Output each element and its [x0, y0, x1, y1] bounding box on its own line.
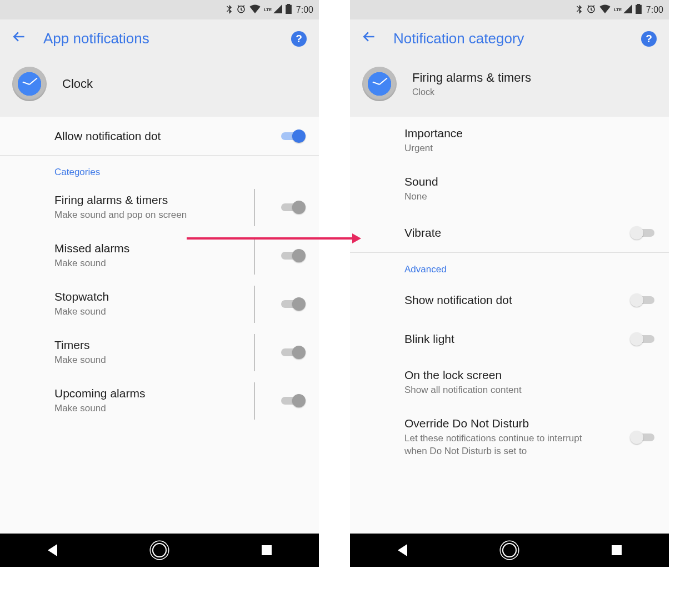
category-toggle[interactable]: [280, 345, 306, 360]
category-toggle[interactable]: [280, 297, 306, 311]
lock-screen-row[interactable]: On the lock screen Show all notification…: [350, 358, 669, 407]
bluetooth-icon: [226, 4, 233, 16]
nav-recent-button[interactable]: [262, 545, 272, 555]
importance-label: Importance: [404, 127, 657, 140]
category-title: Timers: [54, 338, 280, 352]
header: App notifications ?: [0, 19, 319, 58]
category-title: Upcoming alarms: [54, 387, 280, 400]
status-bar: LTE 7:00: [0, 0, 319, 19]
battery-icon: [286, 4, 292, 16]
status-bar: LTE 7:00: [350, 0, 669, 19]
category-title: Firing alarms & timers: [54, 193, 280, 207]
category-title: Missed alarms: [54, 242, 280, 255]
wifi-icon: [249, 4, 261, 15]
status-time: 7:00: [646, 5, 663, 15]
help-button[interactable]: ?: [641, 31, 657, 47]
category-sub: Make sound: [54, 402, 280, 415]
vibrate-toggle[interactable]: [630, 226, 656, 240]
lockscreen-label: On the lock screen: [404, 368, 657, 382]
phone-left: LTE 7:00 App notifications ? Clock Allow…: [0, 0, 319, 567]
svg-rect-2: [287, 4, 290, 6]
back-button[interactable]: [362, 29, 377, 48]
page-title: Notification category: [393, 30, 624, 47]
signal-icon: [273, 4, 282, 15]
lockscreen-value: Show all notification content: [404, 384, 657, 397]
blink-light-row[interactable]: Blink light: [350, 320, 669, 358]
blink-label: Blink light: [404, 332, 630, 346]
help-button[interactable]: ?: [291, 31, 307, 47]
category-toggle[interactable]: [280, 248, 306, 263]
channel-subtitle: Clock: [412, 87, 531, 97]
category-sub: Make sound: [54, 354, 280, 367]
wifi-icon: [599, 4, 611, 15]
bluetooth-icon: [576, 4, 583, 16]
category-timers[interactable]: Timers Make sound: [0, 328, 319, 377]
navigation-bar: [350, 534, 669, 567]
allow-notification-dot-row[interactable]: Allow notification dot: [0, 117, 319, 156]
category-upcoming-alarms[interactable]: Upcoming alarms Make sound: [0, 377, 319, 425]
advanced-header: Advanced: [350, 253, 669, 281]
nav-back-button[interactable]: [398, 544, 407, 556]
battery-icon: [636, 4, 642, 16]
category-firing-alarms[interactable]: Firing alarms & timers Make sound and po…: [0, 183, 319, 232]
alarm-icon: [586, 4, 596, 16]
clock-app-icon: [12, 67, 47, 101]
app-row[interactable]: Firing alarms & timers Clock: [350, 58, 669, 117]
phone-right: LTE 7:00 Notification category ? Firing …: [350, 0, 669, 567]
show-dot-toggle[interactable]: [630, 293, 656, 307]
vibrate-row[interactable]: Vibrate: [350, 213, 669, 252]
allow-dot-toggle[interactable]: [280, 129, 306, 143]
category-toggle[interactable]: [280, 200, 306, 215]
svg-rect-1: [286, 5, 292, 14]
override-sub: Let these notifications continue to inte…: [404, 432, 604, 458]
nav-back-button[interactable]: [48, 544, 57, 556]
signal-icon: [623, 4, 632, 15]
nav-recent-button[interactable]: [612, 545, 622, 555]
alarm-icon: [236, 4, 246, 16]
nav-home-button[interactable]: [152, 543, 167, 557]
category-sub: Make sound and pop on screen: [54, 209, 280, 222]
blink-toggle[interactable]: [630, 332, 656, 346]
back-button[interactable]: [12, 29, 27, 48]
category-sub: Make sound: [54, 257, 280, 270]
allow-dot-label: Allow notification dot: [54, 129, 280, 143]
svg-rect-5: [637, 4, 640, 6]
category-sub: Make sound: [54, 306, 280, 318]
category-toggle[interactable]: [280, 393, 306, 408]
category-stopwatch[interactable]: Stopwatch Make sound: [0, 280, 319, 328]
category-title: Stopwatch: [54, 290, 280, 303]
app-name: Clock: [62, 77, 93, 91]
channel-title: Firing alarms & timers: [412, 71, 531, 85]
nav-home-button[interactable]: [502, 543, 517, 557]
vibrate-label: Vibrate: [404, 226, 630, 240]
header: Notification category ?: [350, 19, 669, 58]
override-dnd-row[interactable]: Override Do Not Disturb Let these notifi…: [350, 407, 669, 468]
lte-label: LTE: [264, 7, 272, 12]
categories-header: Categories: [0, 156, 319, 183]
page-title: App notifications: [43, 30, 274, 47]
importance-value: Urgent: [404, 142, 657, 155]
svg-rect-4: [636, 5, 642, 14]
sound-row[interactable]: Sound None: [350, 165, 669, 213]
override-label: Override Do Not Disturb: [404, 417, 630, 430]
app-row[interactable]: Clock: [0, 58, 319, 117]
override-toggle[interactable]: [630, 430, 656, 445]
importance-row[interactable]: Importance Urgent: [350, 117, 669, 165]
sound-label: Sound: [404, 175, 657, 188]
lte-label: LTE: [614, 7, 622, 12]
annotation-arrow: [187, 237, 353, 240]
navigation-bar: [0, 534, 319, 567]
status-time: 7:00: [296, 5, 313, 15]
content: Importance Urgent Sound None Vibrate Adv…: [350, 117, 669, 534]
show-dot-label: Show notification dot: [404, 293, 630, 307]
show-dot-row[interactable]: Show notification dot: [350, 281, 669, 320]
content: Allow notification dot Categories Firing…: [0, 117, 319, 534]
sound-value: None: [404, 191, 657, 203]
clock-app-icon: [362, 67, 397, 101]
